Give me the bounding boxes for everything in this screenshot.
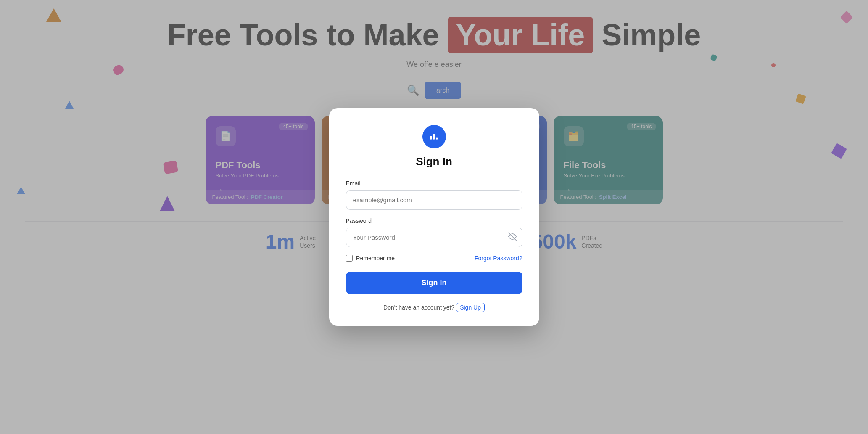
signup-row: Don't have an account yet? Sign Up: [383, 304, 485, 311]
forgot-password-link[interactable]: Forgot Password?: [475, 255, 522, 262]
password-label: Password: [346, 217, 522, 224]
svg-rect-0: [430, 136, 431, 140]
sign-in-button[interactable]: Sign In: [346, 272, 522, 294]
signup-link[interactable]: Sign Up: [456, 303, 485, 312]
svg-rect-1: [433, 134, 435, 140]
modal-title: Sign In: [416, 155, 452, 168]
email-input[interactable]: [346, 190, 522, 210]
sign-in-modal: Sign In Email Password: [329, 108, 539, 326]
remember-me-text: Remember me: [356, 255, 395, 262]
svg-rect-2: [436, 137, 438, 140]
modal-logo: [422, 125, 446, 148]
logo-icon: [428, 131, 440, 143]
password-input[interactable]: [346, 228, 522, 247]
toggle-password-icon[interactable]: [508, 232, 517, 243]
remember-me-checkbox[interactable]: [346, 255, 353, 262]
no-account-text: Don't have an account yet?: [383, 304, 454, 311]
email-label: Email: [346, 180, 522, 187]
modal-overlay: Sign In Email Password: [0, 0, 868, 434]
remember-me-label[interactable]: Remember me: [346, 255, 395, 262]
password-wrap: [346, 228, 522, 247]
remember-forgot-row: Remember me Forgot Password?: [346, 255, 522, 262]
email-form-group: Email: [346, 180, 522, 210]
password-form-group: Password: [346, 217, 522, 247]
